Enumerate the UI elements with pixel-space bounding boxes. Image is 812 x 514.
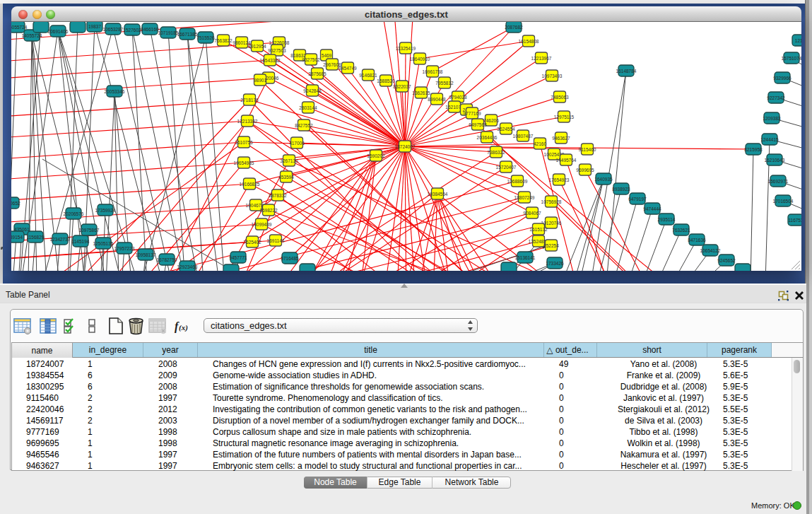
svg-text:16210643: 16210643 bbox=[765, 158, 785, 163]
svg-text:7485063: 7485063 bbox=[551, 95, 569, 100]
svg-text:12342737: 12342737 bbox=[50, 237, 71, 242]
svg-text:10653287: 10653287 bbox=[103, 27, 124, 32]
svg-text:1640935: 1640935 bbox=[594, 177, 613, 182]
svg-text:9777169: 9777169 bbox=[463, 111, 481, 116]
svg-text:18724007: 18724007 bbox=[395, 144, 416, 149]
svg-text:20206576: 20206576 bbox=[64, 211, 84, 216]
svg-text:12975115: 12975115 bbox=[554, 115, 575, 119]
svg-text:9115460: 9115460 bbox=[579, 147, 596, 152]
svg-text:19837: 19837 bbox=[88, 24, 101, 29]
svg-text:7632621: 7632621 bbox=[672, 228, 690, 233]
svg-text:453594: 453594 bbox=[278, 175, 294, 180]
svg-text:252254: 252254 bbox=[543, 243, 559, 248]
svg-text:8454749: 8454749 bbox=[339, 66, 357, 71]
svg-text:7515526: 7515526 bbox=[196, 35, 215, 40]
svg-text:14055724: 14055724 bbox=[22, 33, 42, 38]
svg-text:8938923: 8938923 bbox=[612, 187, 630, 192]
svg-text:7663822: 7663822 bbox=[214, 38, 233, 43]
svg-text:8427552: 8427552 bbox=[295, 123, 313, 128]
svg-text:9457771: 9457771 bbox=[229, 255, 247, 260]
svg-text:3267130: 3267130 bbox=[280, 158, 298, 163]
svg-text:17359924: 17359924 bbox=[95, 208, 116, 213]
svg-text:8878332: 8878332 bbox=[269, 193, 287, 198]
svg-text:9084067: 9084067 bbox=[523, 211, 541, 216]
svg-text:9474444: 9474444 bbox=[643, 206, 661, 211]
svg-text:8990448: 8990448 bbox=[428, 97, 446, 102]
svg-text:2803144: 2803144 bbox=[299, 105, 317, 110]
svg-text:2087682: 2087682 bbox=[505, 25, 523, 30]
svg-text:10958137: 10958137 bbox=[136, 252, 156, 257]
svg-text:16543382: 16543382 bbox=[260, 58, 281, 63]
svg-text:12213967: 12213967 bbox=[531, 56, 552, 61]
svg-text:15751074: 15751074 bbox=[782, 56, 801, 61]
svg-text:5469: 5469 bbox=[322, 53, 332, 58]
svg-text:8466160: 8466160 bbox=[141, 27, 159, 32]
svg-text:6479197: 6479197 bbox=[628, 197, 647, 201]
svg-text:20053346: 20053346 bbox=[105, 89, 125, 94]
svg-text:8471636: 8471636 bbox=[688, 238, 706, 243]
svg-text:10688609: 10688609 bbox=[507, 179, 528, 184]
svg-text:16671385: 16671385 bbox=[177, 32, 198, 37]
svg-text:9327503: 9327503 bbox=[268, 48, 286, 53]
svg-text:9242848: 9242848 bbox=[303, 88, 322, 93]
svg-text:16961758: 16961758 bbox=[423, 69, 443, 74]
svg-text:18807249: 18807249 bbox=[514, 195, 535, 200]
svg-text:1691144: 1691144 bbox=[267, 238, 285, 243]
svg-text:9245652: 9245652 bbox=[717, 258, 736, 263]
svg-text:12505135: 12505135 bbox=[93, 241, 114, 246]
svg-text:10756928: 10756928 bbox=[541, 199, 562, 204]
svg-text:15136141: 15136141 bbox=[515, 255, 536, 260]
svg-text:14099489: 14099489 bbox=[252, 222, 272, 227]
svg-text:16055724: 16055724 bbox=[11, 25, 28, 30]
svg-text:19384554: 19384554 bbox=[428, 192, 448, 197]
svg-text:12923468: 12923468 bbox=[177, 264, 198, 269]
svg-text:1588520: 1588520 bbox=[377, 78, 395, 83]
svg-text:417006: 417006 bbox=[289, 141, 305, 146]
svg-text:39154: 39154 bbox=[11, 235, 23, 240]
svg-text:17016504: 17016504 bbox=[773, 199, 794, 204]
svg-text:1527602: 1527602 bbox=[123, 28, 141, 33]
svg-text:15720407: 15720407 bbox=[496, 165, 517, 170]
svg-text:1362615: 1362615 bbox=[412, 90, 430, 95]
svg-text:1615132: 1615132 bbox=[529, 227, 548, 232]
svg-text:18640910: 18640910 bbox=[410, 57, 430, 62]
svg-text:16148784: 16148784 bbox=[616, 69, 637, 74]
svg-text:10719185: 10719185 bbox=[158, 30, 179, 35]
svg-text:7625402: 7625402 bbox=[243, 240, 261, 245]
svg-text:5716485: 5716485 bbox=[281, 256, 299, 261]
svg-text:9463627: 9463627 bbox=[552, 136, 570, 141]
svg-text:(x): (x) bbox=[179, 323, 188, 332]
svg-text:10975867: 10975867 bbox=[79, 228, 100, 233]
svg-text:11325419: 11325419 bbox=[396, 46, 416, 51]
svg-text:1209383: 1209383 bbox=[763, 116, 781, 121]
svg-text:17654923: 17654923 bbox=[549, 177, 570, 182]
svg-text:98901: 98901 bbox=[254, 78, 266, 83]
svg-text:15692971: 15692971 bbox=[768, 179, 789, 184]
svg-text:1590202: 1590202 bbox=[367, 153, 385, 158]
svg-text:6497568: 6497568 bbox=[469, 122, 487, 127]
svg-text:2935114: 2935114 bbox=[658, 217, 676, 222]
svg-text:10654122: 10654122 bbox=[700, 248, 721, 253]
svg-text:9699695: 9699695 bbox=[576, 168, 594, 173]
svg-text:16782759: 16782759 bbox=[157, 257, 177, 262]
svg-text:19654985: 19654985 bbox=[234, 160, 254, 165]
svg-text:42160: 42160 bbox=[534, 141, 546, 146]
svg-text:116753: 116753 bbox=[788, 218, 801, 223]
svg-text:1733426: 1733426 bbox=[546, 261, 564, 266]
svg-text:20691406: 20691406 bbox=[48, 29, 69, 34]
svg-text:1156829: 1156829 bbox=[27, 235, 45, 240]
svg-text:8215958: 8215958 bbox=[744, 147, 763, 152]
svg-text:9329966: 9329966 bbox=[773, 76, 792, 81]
svg-text:8322037: 8322037 bbox=[393, 84, 411, 89]
svg-text:9794028: 9794028 bbox=[449, 95, 467, 100]
svg-text:9146821: 9146821 bbox=[359, 73, 377, 78]
svg-text:1212: 1212 bbox=[795, 38, 801, 43]
svg-text:10807487: 10807487 bbox=[513, 134, 534, 139]
svg-text:9227342: 9227342 bbox=[767, 95, 785, 100]
svg-text:1244415: 1244415 bbox=[760, 137, 779, 142]
svg-text:9327502: 9327502 bbox=[302, 57, 320, 62]
svg-text:20364436: 20364436 bbox=[477, 135, 498, 140]
svg-text:1698222: 1698222 bbox=[259, 208, 278, 213]
svg-text:1145194: 1145194 bbox=[72, 239, 90, 244]
svg-text:14495764: 14495764 bbox=[556, 158, 577, 163]
